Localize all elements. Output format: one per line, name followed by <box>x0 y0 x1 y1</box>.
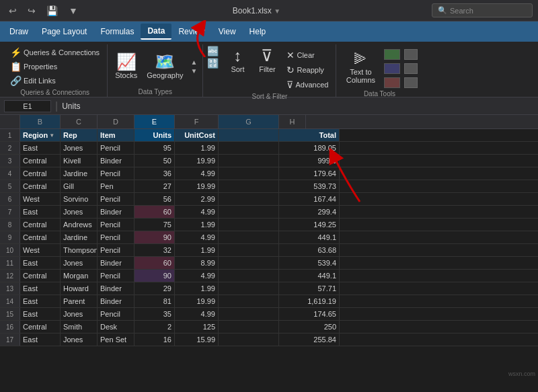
cell-item[interactable]: Pen Set <box>98 334 134 346</box>
data-tool-icon-6[interactable] <box>404 77 418 88</box>
cell-total[interactable]: 449.1 <box>279 270 340 282</box>
cell-region[interactable]: East <box>20 206 61 218</box>
cell-region[interactable]: Central <box>20 155 61 167</box>
filter-btn[interactable]: ⊽ Filter <box>254 46 280 75</box>
advanced-btn[interactable]: ⊽ Advanced <box>283 78 332 91</box>
col-header-c[interactable]: C <box>61 115 98 128</box>
cell-unitcost[interactable]: 19.99 <box>175 180 219 192</box>
cell-units[interactable]: 29 <box>134 282 175 295</box>
data-tool-icon-5[interactable] <box>404 63 418 74</box>
cell-units[interactable]: 35 <box>134 308 175 320</box>
cell-unitcost[interactable]: 1.99 <box>175 219 219 231</box>
cell-unitcost[interactable]: 2.99 <box>175 193 219 205</box>
cell-region[interactable]: East <box>20 308 61 320</box>
cell-units[interactable]: 56 <box>134 193 175 205</box>
cell-total[interactable]: 449.1 <box>279 231 340 243</box>
cell-region[interactable]: East <box>20 295 61 307</box>
cell-rep[interactable]: Jones <box>61 142 98 154</box>
col-header-g[interactable]: G <box>219 115 279 128</box>
data-tool-icon-1[interactable] <box>384 49 400 60</box>
search-box[interactable]: 🔍 Search <box>432 3 533 17</box>
menu-draw[interactable]: Draw <box>3 24 35 39</box>
cell-unitcost[interactable]: 125 <box>175 321 219 333</box>
cell-rep[interactable]: Jones <box>61 334 98 346</box>
cell-units[interactable]: 75 <box>134 219 175 231</box>
customize-btn[interactable]: ▼ <box>65 4 81 17</box>
cell-total[interactable]: 999.5 <box>279 155 340 167</box>
cell-rep[interactable]: Morgan <box>61 270 98 282</box>
cell-units[interactable]: 36 <box>134 167 175 180</box>
cell-rep[interactable]: Jones <box>61 257 98 269</box>
cell-total[interactable]: 1,619.19 <box>279 295 340 307</box>
cell-item[interactable]: Binder <box>98 206 134 218</box>
cell-units[interactable]: 90 <box>134 231 175 243</box>
cell-region[interactable]: East <box>20 257 61 269</box>
cell-rep[interactable]: Smith <box>61 321 98 333</box>
cell-rep[interactable]: Gill <box>61 180 98 192</box>
cell-total[interactable]: 539.4 <box>279 257 340 269</box>
cell-item[interactable]: Binder <box>98 155 134 167</box>
cell-total[interactable]: 539.73 <box>279 180 340 192</box>
cell-total[interactable]: 299.4 <box>279 206 340 218</box>
menu-formulas[interactable]: Formulas <box>93 24 141 39</box>
cell-total[interactable]: 149.25 <box>279 219 340 231</box>
cell-unitcost[interactable]: 4.99 <box>175 308 219 320</box>
col-header-f[interactable]: F <box>175 115 219 128</box>
cell-region[interactable]: Central <box>20 219 61 231</box>
cell-units[interactable]: 81 <box>134 295 175 307</box>
sort-btn[interactable]: ↕ Sort <box>224 46 251 75</box>
cell-item[interactable]: Pencil <box>98 231 134 243</box>
cell-region[interactable]: West <box>20 244 61 256</box>
cell-units[interactable]: 60 <box>134 257 175 269</box>
cell-region[interactable]: Central <box>20 231 61 243</box>
cell-region[interactable]: West <box>20 193 61 205</box>
cell-rep[interactable]: Jardine <box>61 231 98 243</box>
cell-unitcost[interactable]: 4.99 <box>175 167 219 180</box>
window-controls[interactable]: ↩ ↪ 💾 ▼ <box>5 4 81 17</box>
cell-rep[interactable]: Sorvino <box>61 193 98 205</box>
cell-units[interactable]: 16 <box>134 334 175 346</box>
cell-item[interactable]: Pencil <box>98 244 134 256</box>
cell-b1[interactable]: Region ▼ <box>20 129 61 141</box>
cell-g1[interactable] <box>219 129 279 141</box>
cell-units[interactable]: 27 <box>134 180 175 192</box>
cell-rep[interactable]: Jones <box>61 308 98 320</box>
cell-units[interactable]: 60 <box>134 206 175 218</box>
menu-view[interactable]: View <box>212 24 243 39</box>
cell-unitcost[interactable]: 15.99 <box>175 334 219 346</box>
undo-btn[interactable]: ↩ <box>5 4 20 17</box>
queries-connections-btn[interactable]: ⚡ Queries & Connections <box>7 46 103 59</box>
save-btn[interactable]: 💾 <box>43 4 61 17</box>
scroll-down-icon[interactable]: ▼ <box>191 67 198 75</box>
text-to-columns-btn[interactable]: ⫸ Text to Columns <box>340 48 381 86</box>
cell-units[interactable]: 2 <box>134 321 175 333</box>
edit-links-btn[interactable]: 🔗 Edit Links <box>7 74 103 87</box>
cell-item[interactable]: Desk <box>98 321 134 333</box>
cell-item[interactable]: Pencil <box>98 167 134 180</box>
cell-rep[interactable]: Jardine <box>61 167 98 180</box>
cell-item[interactable]: Binder <box>98 295 134 307</box>
cell-unitcost[interactable]: 19.99 <box>175 155 219 167</box>
cell-region[interactable]: East <box>20 334 61 346</box>
col-header-d[interactable]: D <box>98 115 134 128</box>
cell-unitcost[interactable]: 1.99 <box>175 282 219 295</box>
name-box[interactable]: E1 <box>4 100 51 112</box>
cell-region[interactable]: Central <box>20 270 61 282</box>
cell-rep[interactable]: Thompson <box>61 244 98 256</box>
cell-region[interactable]: East <box>20 142 61 154</box>
cell-item[interactable]: Binder <box>98 257 134 269</box>
menu-data[interactable]: Data <box>141 24 171 40</box>
data-tool-icon-2[interactable] <box>384 63 400 74</box>
cell-units[interactable]: 32 <box>134 244 175 256</box>
formula-content[interactable]: Units <box>62 102 534 111</box>
cell-unitcost[interactable]: 4.99 <box>175 206 219 218</box>
cell-f1[interactable]: UnitCost <box>175 129 219 141</box>
cell-d1[interactable]: Item <box>98 129 134 141</box>
cell-unitcost[interactable]: 19.99 <box>175 295 219 307</box>
properties-btn[interactable]: 📋 Properties <box>7 60 103 73</box>
data-tool-icon-3[interactable] <box>384 77 400 88</box>
cell-rep[interactable]: Jones <box>61 206 98 218</box>
cell-region[interactable]: Central <box>20 180 61 192</box>
cell-total[interactable]: 255.84 <box>279 334 340 346</box>
scroll-up-icon[interactable]: ▲ <box>191 58 198 66</box>
